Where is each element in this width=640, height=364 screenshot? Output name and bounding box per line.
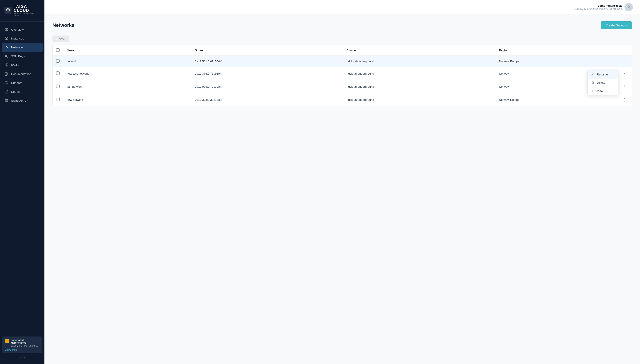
content-area: Networks Create Network Delete Name Subn…: [45, 14, 640, 364]
table-row: network 2a12:561:0:61::55/64 ndcloud-und…: [53, 56, 632, 67]
sidebar: TAIGA CLOUD BY NORTHERN DATA GROUP Overv…: [0, 0, 45, 364]
menu-item-view[interactable]: View: [587, 87, 618, 95]
row-checkbox-2[interactable]: [56, 84, 60, 88]
row-name: test-network: [63, 80, 191, 93]
delete-button[interactable]: Delete: [53, 36, 69, 42]
row-checkbox-cell: [53, 80, 63, 93]
sidebar-item-documentation-label: Documentation: [11, 72, 31, 76]
col-region: Region: [495, 45, 617, 56]
logo: TAIGA CLOUD BY NORTHERN DATA GROUP: [0, 0, 45, 22]
warning-icon: !: [5, 339, 9, 343]
link-icon: [5, 63, 9, 67]
sidebar-item-documentation[interactable]: Documentation: [0, 70, 45, 78]
col-subnet: Subnet: [191, 45, 343, 56]
maintenance-title: Scheduled Maintenance: [11, 339, 40, 344]
sidebar-item-networks[interactable]: Networks: [2, 43, 43, 52]
row-name: new-test-network: [63, 67, 191, 80]
networks-table: Name Subnet Cluster Region network 2a12:…: [53, 45, 632, 106]
sidebar-item-instances[interactable]: Instances: [0, 34, 45, 43]
key-icon: [5, 54, 9, 58]
sidebar-item-swagger-label: Swagger API: [11, 99, 29, 102]
row-subnet: 2a12:079:0:79::30/64: [191, 80, 343, 93]
page-header: Networks Create Network: [53, 21, 632, 29]
page-title: Networks: [53, 22, 74, 28]
more-options-button[interactable]: ⋮: [621, 84, 628, 90]
svg-point-1: [8, 8, 9, 9]
logo-sub: BY NORTHERN DATA GROUP: [14, 13, 40, 16]
svg-rect-6: [5, 92, 6, 93]
select-all-checkbox[interactable]: [56, 48, 60, 52]
row-subnet: 2a12:561:0:61::55/64: [191, 56, 343, 67]
sidebar-item-sshkeys[interactable]: SSH Keys: [0, 52, 45, 60]
cube-icon: [5, 28, 9, 32]
more-options-button[interactable]: ⋮: [621, 70, 628, 76]
svg-point-12: [628, 6, 629, 7]
more-options-button[interactable]: ⋮: [621, 97, 628, 102]
api-icon: [5, 98, 9, 102]
row-actions-cell: ⋮: [617, 80, 632, 93]
row-checkbox-cell: [53, 56, 63, 67]
sidebar-nav: Overview Instances Networks SSH Keys: [0, 22, 45, 335]
row-actions-cell: [617, 56, 632, 67]
row-checkbox-1[interactable]: [56, 72, 60, 75]
svg-rect-9: [5, 100, 8, 102]
context-menu: Rename Delete View: [587, 70, 618, 95]
version-label: v1.1.9: [0, 355, 45, 361]
row-subnet: 2a12:376:0:76::93/64: [191, 67, 343, 80]
sidebar-item-networks-label: Networks: [11, 46, 24, 49]
sidebar-bottom: ! Scheduled Maintenance 28.08.24, 07:00 …: [0, 335, 45, 364]
row-cluster: ndcloud-underground: [343, 67, 496, 80]
user-id: 11b2222b-33c4-55b6-bbbb-777b888bb99c: [575, 7, 622, 10]
sidebar-item-ipv4s[interactable]: IPv4s: [0, 60, 45, 70]
sidebar-item-support[interactable]: Support: [0, 78, 45, 87]
support-icon: [5, 81, 9, 85]
maintenance-box: ! Scheduled Maintenance 28.08.24, 07:00 …: [2, 336, 42, 353]
networks-table-container: Name Subnet Cluster Region network 2a12:…: [53, 45, 632, 106]
doc-icon: [5, 72, 9, 76]
maintenance-view-more-link[interactable]: view 2 more: [5, 348, 40, 351]
table-toolbar: Delete: [53, 36, 632, 42]
row-subnet: 2a12:333:0:33::73/64: [191, 93, 343, 106]
sidebar-item-overview[interactable]: Overview: [0, 25, 45, 34]
row-checkbox-cell: [53, 67, 63, 80]
create-network-button[interactable]: Create Network: [601, 21, 632, 29]
row-checkbox-cell: [53, 93, 63, 106]
sidebar-item-overview-label: Overview: [11, 28, 24, 31]
row-region: Norway, Europe: [495, 56, 617, 67]
menu-delete-label: Delete: [597, 81, 605, 84]
avatar[interactable]: [624, 3, 633, 11]
sidebar-item-sshkeys-label: SSH Keys: [11, 54, 25, 58]
layers-icon: [5, 36, 9, 40]
chevron-right-icon: [591, 90, 595, 92]
sidebar-item-status-label: Status: [11, 90, 20, 94]
menu-view-label: View: [597, 89, 603, 92]
table-row: test-network 2a12:079:0:79::30/64 ndclou…: [53, 80, 632, 93]
row-actions-cell: ⋮: [617, 67, 632, 80]
sidebar-item-status[interactable]: Status: [0, 87, 45, 96]
menu-rename-label: Rename: [597, 73, 608, 76]
sidebar-item-ipv4s-label: IPv4s: [11, 64, 19, 67]
sidebar-item-swagger[interactable]: Swagger API: [0, 96, 45, 105]
menu-item-rename[interactable]: Rename: [587, 70, 618, 78]
col-name: Name: [63, 45, 191, 56]
sidebar-item-support-label: Support: [11, 81, 22, 84]
menu-item-delete[interactable]: Delete: [587, 78, 618, 87]
status-icon: [5, 90, 9, 94]
svg-rect-7: [6, 91, 7, 93]
svg-point-5: [6, 84, 7, 84]
table-row: new-network 2a12:333:0:33::73/64 ndcloud…: [53, 93, 632, 106]
header: demo-tenant-nick 11b2222b-33c4-55b6-bbbb…: [45, 0, 640, 14]
row-checkbox-3[interactable]: [56, 98, 60, 101]
pencil-icon: [591, 73, 595, 76]
user-info: demo-tenant-nick 11b2222b-33c4-55b6-bbbb…: [575, 3, 633, 11]
row-checkbox-0[interactable]: [56, 59, 60, 62]
user-name: demo-tenant-nick: [575, 4, 622, 7]
table-row: new-test-network 2a12:376:0:76::93/64 nd…: [53, 67, 632, 80]
row-name: new-network: [63, 93, 191, 106]
svg-point-11: [6, 100, 7, 100]
logo-name: TAIGA CLOUD: [14, 4, 40, 12]
row-name: network: [63, 56, 191, 67]
sidebar-item-instances-label: Instances: [11, 37, 24, 40]
svg-rect-8: [7, 90, 8, 93]
row-cluster: ndcloud-underground: [343, 80, 496, 93]
